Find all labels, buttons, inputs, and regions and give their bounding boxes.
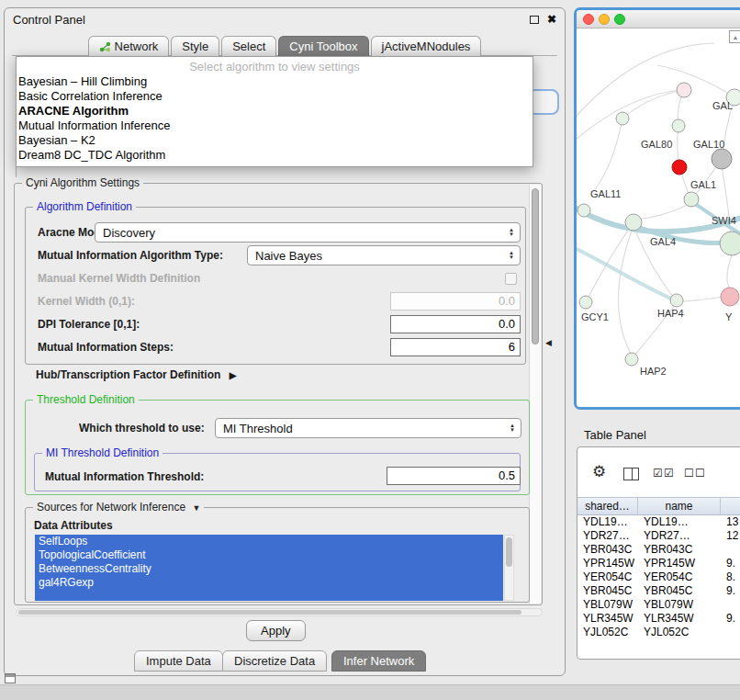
list-item-clipped[interactable]: [35, 590, 503, 601]
sources-legend[interactable]: Sources for Network Inference ▼: [33, 501, 204, 515]
dpi-tolerance-field[interactable]: 0.0: [390, 315, 521, 333]
cell-name: YBR043C: [638, 543, 721, 557]
tab-label: Select: [232, 40, 265, 53]
cell-extra: 9.: [721, 584, 740, 598]
list-item[interactable]: gal4RGexp: [35, 576, 503, 590]
algorithm-dropdown-popup: Select algorithm to view settings Bayesi…: [16, 56, 533, 167]
tab-cyni-toolbox[interactable]: Cyni Toolbox: [278, 36, 368, 56]
screen: Control Panel ✖ Network Style Se: [0, 0, 740, 700]
cell-shared: YDR27…: [577, 529, 638, 543]
list-scrollbar[interactable]: [504, 535, 514, 601]
tab-network[interactable]: Network: [88, 36, 170, 56]
column-header-clipped[interactable]: [721, 498, 740, 514]
scroll-up-icon: ▲: [733, 34, 739, 40]
table-row[interactable]: YDR27… YDR27… 12: [577, 529, 740, 543]
network-canvas[interactable]: GAL GAL80 GAL10 GAL11 GAL1 SWI4 GAL4 GCY…: [577, 28, 740, 407]
tab-label: jActiveMNodules: [382, 40, 471, 53]
kernel-width-label: Kernel Width (0,1):: [38, 295, 135, 308]
float-window-icon[interactable]: [530, 16, 539, 24]
network-window-titlebar: [577, 10, 740, 28]
hide-columns-icon[interactable]: ☐ ☐: [684, 467, 704, 480]
tab-label: Cyni Toolbox: [289, 40, 357, 53]
mini-window-icon[interactable]: [5, 673, 16, 683]
list-item[interactable]: TopologicalCoefficient: [35, 548, 503, 562]
cell-extra: 9.: [721, 557, 740, 570]
panel-collapse-arrow-icon[interactable]: ◀: [545, 339, 552, 347]
network-graph[interactable]: GAL GAL80 GAL10 GAL11 GAL1 SWI4 GAL4 GCY…: [577, 28, 740, 407]
gear-icon[interactable]: ⚙: [592, 464, 606, 480]
node-label: SWI4: [712, 215, 736, 226]
mi-threshold-label: Mutual Information Threshold:: [45, 470, 204, 483]
data-attributes-list[interactable]: SelfLoops TopologicalCoefficient Between…: [35, 535, 503, 601]
close-button[interactable]: [583, 14, 594, 25]
close-icon[interactable]: ✖: [547, 14, 556, 25]
zoom-button[interactable]: [614, 14, 625, 25]
minimize-button[interactable]: [599, 14, 610, 25]
apply-button[interactable]: Apply: [246, 620, 306, 641]
cell-extra: [721, 626, 740, 639]
settings-horizontal-scrollbar[interactable]: [16, 608, 543, 616]
hub-definition-expander[interactable]: Hub/Transcription Factor Definition ▶: [36, 368, 236, 381]
bottom-panel: [0, 684, 740, 700]
cell-name: YLR345W: [638, 612, 721, 626]
dropdown-option[interactable]: Dream8 DC_TDC Algorithm: [17, 148, 533, 163]
dropdown-option[interactable]: Bayesian – K2: [17, 133, 533, 148]
tab-style[interactable]: Style: [171, 36, 219, 56]
table-row[interactable]: YDL19… YDL19… 13: [577, 515, 740, 529]
cell-shared: YER054C: [577, 570, 638, 584]
cell-shared: YJL052C: [577, 626, 638, 639]
tab-impute-data[interactable]: Impute Data: [134, 650, 223, 672]
node-label: GAL1: [690, 179, 716, 190]
mi-steps-field[interactable]: 6: [390, 338, 521, 356]
list-item[interactable]: BetweennessCentrality: [35, 562, 503, 576]
mi-algorithm-type-combo[interactable]: Naive Bayes ▲▼: [247, 245, 521, 265]
cell-shared: YPR145W: [577, 557, 638, 570]
table-header: shared… name: [577, 497, 740, 515]
show-columns-icon[interactable]: ☑ ☑: [653, 467, 673, 480]
dropdown-option[interactable]: Bayesian – Hill Climbing: [17, 74, 533, 89]
scrollbar-thumb[interactable]: [506, 537, 512, 567]
table-row[interactable]: YLR345W YLR345W 9.: [577, 612, 740, 626]
node-label: GAL10: [693, 139, 724, 150]
scrollbar-thumb[interactable]: [532, 188, 539, 344]
cell-name: YBL079W: [638, 598, 721, 612]
tab-jactivemnodules[interactable]: jActiveMNodules: [371, 36, 482, 56]
network-view-window: GAL GAL80 GAL10 GAL11 GAL1 SWI4 GAL4 GCY…: [574, 7, 740, 410]
tab-select[interactable]: Select: [221, 36, 276, 56]
column-header-shared[interactable]: shared…: [577, 498, 638, 514]
select-columns-icon[interactable]: [623, 468, 639, 480]
cell-name: YER054C: [638, 570, 721, 584]
which-threshold-label: Which threshold to use:: [79, 422, 205, 435]
list-item[interactable]: SelfLoops: [35, 535, 503, 548]
cell-shared: YLR345W: [577, 612, 638, 626]
table-row[interactable]: YPR145W YPR145W 9.: [577, 557, 740, 570]
scrollbar-thumb[interactable]: [18, 610, 521, 615]
birdseye-toggle-button[interactable]: ▲: [729, 30, 740, 43]
control-panel-title: Control Panel: [13, 13, 85, 27]
column-header-name[interactable]: name: [638, 498, 721, 514]
table-body: YDL19… YDL19… 13 YDR27… YDR27… 12 YBR043…: [577, 515, 740, 639]
network-node: [625, 214, 642, 231]
table-row[interactable]: YBR045C YBR045C 9.: [577, 584, 740, 598]
which-threshold-combo[interactable]: MI Threshold ▲▼: [215, 418, 521, 438]
kernel-width-field[interactable]: 0.0: [390, 292, 521, 310]
table-row[interactable]: YJL052C YJL052C: [577, 626, 740, 639]
control-panel-tabbar: Network Style Select Cyni Toolbox jActiv…: [5, 36, 565, 56]
table-row[interactable]: YBL079W YBL079W: [577, 598, 740, 612]
table-row[interactable]: YER054C YER054C 8.: [577, 570, 740, 584]
dropdown-option[interactable]: Mutual Information Inference: [17, 119, 533, 133]
dropdown-option-selected[interactable]: ARACNE Algorithm: [17, 104, 533, 119]
dropdown-option[interactable]: Basic Correlation Inference: [17, 89, 533, 104]
node-label: HAP4: [657, 308, 684, 319]
control-panel-window: Control Panel ✖ Network Style Se: [4, 7, 566, 676]
manual-kernel-width-checkbox[interactable]: [505, 273, 517, 285]
aracne-mode-combo[interactable]: Discovery ▲▼: [95, 222, 521, 243]
cell-extra: 9.: [721, 612, 740, 626]
settings-vertical-scrollbar[interactable]: [529, 185, 541, 604]
tab-infer-network[interactable]: Infer Network: [331, 650, 426, 672]
manual-kernel-width-label: Manual Kernel Width Definition: [38, 272, 200, 285]
tab-discretize-data[interactable]: Discretize Data: [222, 650, 327, 672]
network-node: [684, 192, 699, 207]
table-row[interactable]: YBR043C YBR043C: [577, 543, 740, 557]
mi-threshold-field[interactable]: 0.5: [387, 467, 521, 485]
